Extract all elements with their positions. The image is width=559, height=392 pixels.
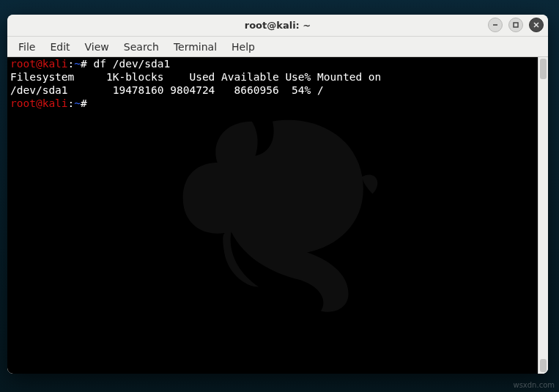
prompt-sep1: : [68, 97, 75, 109]
prompt-sep1: : [68, 58, 75, 70]
close-icon [533, 21, 540, 29]
prompt-path: ~ [74, 97, 81, 109]
output-row: /dev/sda1 19478160 9804724 8660956 54% / [10, 84, 324, 96]
menu-view[interactable]: View [78, 39, 116, 55]
window-controls [488, 18, 544, 32]
prompt-userhost: root@kali [10, 58, 68, 70]
menu-edit[interactable]: Edit [43, 39, 76, 55]
window-title: root@kali: ~ [245, 20, 311, 31]
svg-rect-1 [514, 23, 518, 27]
page-watermark: wsxdn.com [513, 381, 555, 389]
titlebar[interactable]: root@kali: ~ [7, 15, 548, 37]
menu-terminal[interactable]: Terminal [167, 39, 223, 55]
minimize-icon [492, 21, 499, 29]
maximize-button[interactable] [508, 18, 523, 32]
output-header: Filesystem 1K-blocks Used Available Use%… [10, 71, 381, 83]
minimize-button[interactable] [488, 18, 503, 32]
prompt-sep2: # [81, 97, 87, 109]
menu-help[interactable]: Help [225, 39, 262, 55]
prompt-userhost: root@kali [10, 97, 68, 109]
scrollbar[interactable] [538, 57, 548, 374]
close-button[interactable] [529, 18, 544, 32]
terminal-output: root@kali:~# df /dev/sda1 Filesystem 1K-… [10, 57, 535, 110]
terminal-window: root@kali: ~ File Edit View Search Termi… [7, 15, 548, 374]
scrollbar-thumb-bottom[interactable] [540, 359, 547, 372]
scrollbar-thumb[interactable] [540, 59, 547, 79]
terminal[interactable]: root@kali:~# df /dev/sda1 Filesystem 1K-… [7, 57, 538, 374]
terminal-area: root@kali:~# df /dev/sda1 Filesystem 1K-… [7, 57, 548, 374]
menu-file[interactable]: File [12, 39, 42, 55]
menu-search[interactable]: Search [117, 39, 166, 55]
dragon-watermark [133, 94, 412, 328]
prompt-sep2: # [81, 58, 87, 70]
menubar: File Edit View Search Terminal Help [7, 37, 548, 57]
command-text: df /dev/sda1 [94, 58, 171, 70]
prompt-path: ~ [74, 58, 81, 70]
maximize-icon [512, 21, 519, 29]
